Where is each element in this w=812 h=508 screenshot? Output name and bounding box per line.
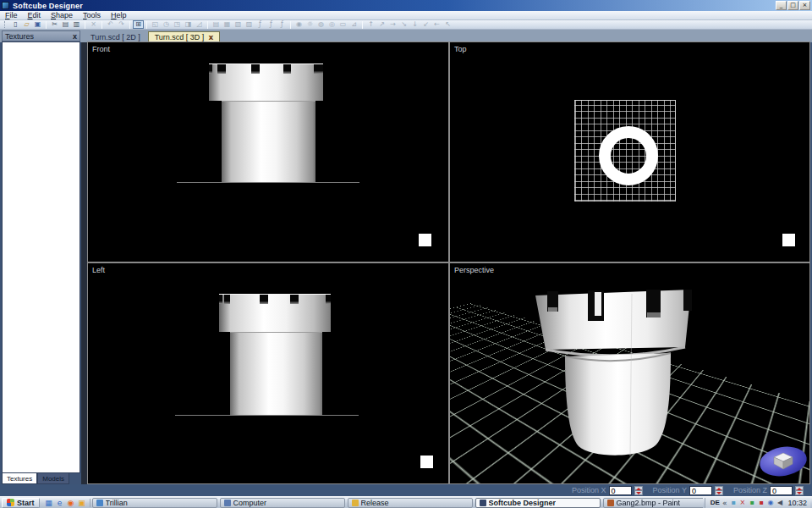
copy-icon[interactable]: ▤	[60, 20, 71, 29]
delete-icon: ×	[88, 20, 99, 29]
document-tab-label: Turn.scd [ 2D ]	[91, 33, 140, 41]
spin-down-button[interactable]	[634, 490, 643, 495]
rotate-view-downleft-icon: ↙	[420, 20, 431, 29]
spin-down-button[interactable]	[795, 490, 804, 495]
position-input[interactable]: 0	[770, 486, 793, 495]
clock: 10:32	[787, 499, 807, 507]
taskbar-button-gang2-bmp-paint[interactable]: Gang2.bmp - Paint	[603, 498, 703, 508]
menu-file[interactable]: File	[0, 11, 23, 20]
viewport-top[interactable]: Top	[450, 42, 809, 262]
restore-button-icon[interactable]: □	[787, 1, 798, 10]
start-button[interactable]: Start	[2, 498, 40, 508]
task-icon	[224, 500, 231, 506]
gizmo-cube-icon	[771, 450, 796, 472]
rotate-view-up-icon: ↑	[365, 20, 376, 29]
new-file-icon[interactable]: ▯	[10, 20, 21, 29]
position-input[interactable]: 0	[689, 486, 712, 495]
toolbar-separator	[207, 21, 208, 29]
task-label: Trillian	[106, 499, 128, 507]
taskbar-button-trillian[interactable]: Trillian	[92, 498, 217, 508]
menu-help[interactable]: Help	[106, 11, 132, 20]
viewport-perspective[interactable]: Perspective	[450, 263, 809, 483]
render-icon: ⊿	[348, 20, 359, 29]
viewport-left[interactable]: Left	[88, 263, 448, 483]
taskbar-button-computer[interactable]: Computer	[220, 498, 345, 508]
cut-icon[interactable]: ✂	[49, 20, 60, 29]
viewport-maximize-button[interactable]	[419, 234, 431, 246]
show-desktop-icon[interactable]: ▦	[44, 499, 54, 507]
tray-connection-icon[interactable]: ▪	[748, 499, 755, 506]
rotate-view-downright-icon: ↘	[398, 20, 409, 29]
window-title: Softcube Designer	[13, 2, 83, 10]
viewport-top-label: Top	[454, 45, 467, 53]
tray-network-icon[interactable]: ◉	[766, 499, 774, 506]
viewport-maximize-button[interactable]	[420, 456, 433, 468]
viewport-front[interactable]: Front	[88, 42, 448, 262]
open-file-icon[interactable]: ▱	[21, 20, 32, 29]
rotate-view-upleft-icon: ↖	[442, 20, 453, 29]
position-label: Position Y	[653, 486, 687, 494]
position-label: Position Z	[733, 486, 767, 494]
task-icon	[96, 500, 103, 506]
curve-tool-2-icon: ƒ	[266, 20, 277, 29]
media-folder-icon[interactable]: ▣	[77, 499, 87, 507]
mirror-tool-icon: ◨	[183, 20, 194, 29]
curve-tool-1-icon: ƒ	[255, 20, 266, 29]
tray-volume-icon[interactable]: ◀	[776, 499, 783, 506]
tray-messenger-icon[interactable]: ▪	[729, 499, 737, 506]
spin-down-button[interactable]	[715, 490, 723, 495]
textures-list[interactable]	[2, 41, 80, 473]
viewport-left-label: Left	[92, 266, 105, 274]
document-tabs: Turn.scd [ 2D ]Turn.scd [ 3D ]x	[85, 30, 220, 42]
task-label: Softcube Designer	[489, 499, 557, 507]
textures-panel-title: Textures	[5, 32, 34, 41]
firefox-icon[interactable]: ◉	[66, 499, 76, 507]
panel-footer-tabs: TexturesModels	[2, 473, 69, 484]
internet-explorer-icon[interactable]: e	[55, 499, 65, 507]
taskbar-tasks: TrillianComputerReleaseSoftcube Designer…	[92, 498, 703, 508]
scale-tool-icon: ◳	[172, 20, 183, 29]
minimize-button-icon[interactable]: _	[776, 1, 787, 10]
panel-tab-models[interactable]: Models	[37, 473, 69, 484]
viewport-maximize-button[interactable]	[782, 234, 795, 246]
rotate-view-right-icon: →	[387, 20, 398, 29]
taskbar-button-release[interactable]: Release	[348, 498, 473, 508]
camera-icon: ◉	[294, 20, 304, 29]
save-file-icon[interactable]: ▣	[32, 20, 43, 29]
panel-close-icon[interactable]: x	[73, 32, 77, 41]
close-button-icon[interactable]: ×	[799, 1, 810, 10]
language-indicator[interactable]: DE	[710, 499, 720, 506]
toolbar-separator	[102, 21, 102, 29]
title-bar: Softcube Designer _ □ ×	[0, 0, 812, 11]
taskbar-button-softcube-designer[interactable]: Softcube Designer	[475, 498, 601, 508]
position-input[interactable]: 0	[609, 486, 632, 495]
move-tool-icon: ◱	[150, 20, 161, 29]
task-label: Gang2.bmp - Paint	[617, 499, 681, 507]
tray-expand-chevron-icon[interactable]: «	[722, 499, 727, 507]
skew-tool-icon: ◿	[194, 20, 205, 29]
curve-tool-3-icon: ƒ	[277, 20, 288, 29]
top-view-mesh-grid	[574, 100, 676, 202]
position-spinner	[715, 486, 723, 495]
paste-icon[interactable]: ▥	[71, 20, 82, 29]
union-shape-icon: ▧	[233, 20, 244, 29]
position-field: Position Z0	[733, 486, 804, 495]
orientation-gizmo[interactable]	[760, 445, 809, 479]
tray-alert-icon[interactable]: ×	[738, 499, 746, 506]
tray-antivirus-icon[interactable]: ▪	[757, 499, 765, 506]
menu-edit[interactable]: Edit	[23, 11, 47, 20]
windows-flag-icon	[7, 499, 14, 506]
panel-splitter[interactable]	[81, 42, 87, 496]
menu-bar: FileEditShapeToolsHelp	[0, 11, 812, 20]
redo-icon: ↷	[116, 20, 127, 29]
menu-shape[interactable]: Shape	[46, 11, 78, 20]
menu-tools[interactable]: Tools	[78, 11, 106, 20]
rotate-view-down-icon: ↓	[409, 20, 420, 29]
four-view-layout-icon[interactable]: ⊞	[133, 20, 144, 29]
panel-tab-textures[interactable]: Textures	[2, 473, 37, 484]
tab-close-icon[interactable]: x	[208, 33, 213, 41]
textures-panel-header[interactable]: Textures x	[2, 30, 80, 41]
top-view-ring	[599, 126, 658, 185]
position-spinner	[634, 486, 643, 495]
document-tab-label: Turn.scd [ 3D ]	[155, 33, 205, 41]
